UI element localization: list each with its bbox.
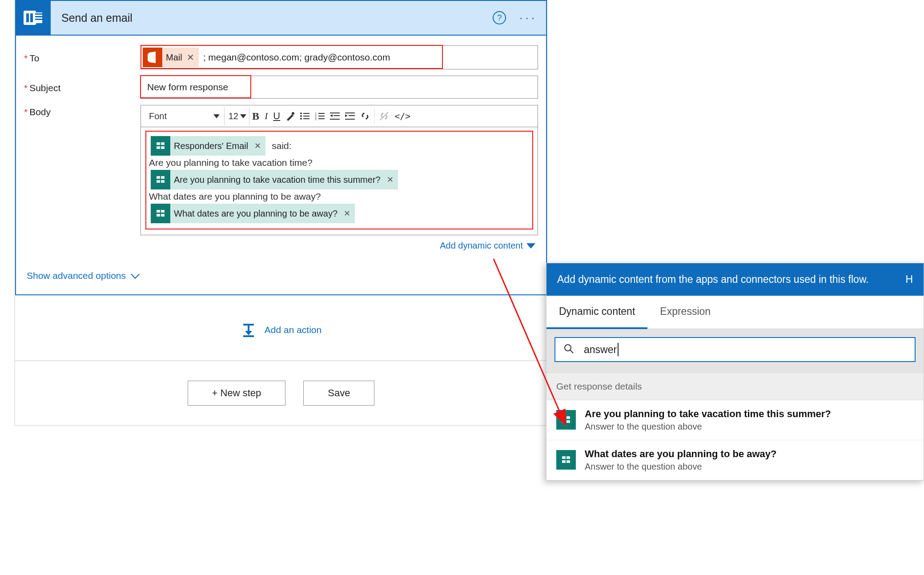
- svg-rect-54: [562, 460, 566, 463]
- svg-rect-28: [345, 119, 355, 120]
- svg-rect-21: [330, 113, 340, 113]
- svg-rect-16: [318, 113, 325, 114]
- dynamic-result-item[interactable]: Are you planning to take vacation time t…: [546, 400, 924, 440]
- dynamic-token-mail[interactable]: Mail ✕: [143, 48, 199, 67]
- svg-rect-43: [248, 326, 249, 332]
- caret-down-icon: [240, 114, 246, 118]
- link-button[interactable]: [358, 107, 373, 125]
- add-action-icon: [241, 322, 257, 338]
- svg-marker-7: [148, 52, 156, 63]
- numbered-list-button[interactable]: 123: [312, 107, 327, 125]
- svg-rect-38: [157, 210, 160, 213]
- tab-dynamic-content[interactable]: Dynamic content: [546, 296, 647, 329]
- body-input[interactable]: Responders' Email ✕ said: Are you planni…: [141, 127, 538, 235]
- show-advanced-options[interactable]: Show advanced options: [24, 257, 538, 284]
- font-dropdown[interactable]: Font: [145, 107, 225, 125]
- svg-rect-48: [562, 416, 566, 419]
- bulleted-list-button[interactable]: [297, 107, 312, 125]
- result-title: What dates are you planning to be away?: [585, 448, 777, 460]
- tab-expression[interactable]: Expression: [647, 296, 723, 329]
- svg-rect-34: [157, 176, 160, 179]
- close-icon[interactable]: ✕: [254, 141, 261, 151]
- svg-rect-12: [303, 116, 309, 117]
- svg-text:3: 3: [315, 117, 317, 121]
- dynamic-token-q1[interactable]: Are you planning to take vacation time t…: [151, 170, 398, 189]
- action-title: Send an email: [51, 12, 493, 24]
- bold-button[interactable]: B: [249, 107, 262, 125]
- svg-rect-35: [161, 176, 165, 179]
- help-icon[interactable]: ?: [493, 11, 506, 24]
- subject-input[interactable]: New form response: [141, 76, 538, 99]
- to-text: ; megan@contoso.com; grady@contoso.com: [203, 52, 390, 63]
- section-get-response-details: Get response details: [546, 373, 924, 400]
- dynamic-panel-header: Add dynamic content from the apps and co…: [546, 263, 924, 296]
- svg-rect-26: [349, 115, 355, 116]
- underline-button[interactable]: U: [270, 107, 283, 125]
- action-card: Send an email ? ··· *To Mail ✕: [15, 0, 547, 295]
- row-to: *To Mail ✕ ; megan@contoso.com; grady@co…: [24, 45, 538, 69]
- result-subtitle: Answer to the question above: [585, 462, 777, 472]
- svg-rect-52: [562, 456, 566, 459]
- label-subject: Subject: [29, 83, 60, 93]
- to-input[interactable]: Mail ✕ ; megan@contoso.com; grady@contos…: [141, 45, 538, 69]
- forms-icon: [556, 450, 576, 470]
- svg-rect-10: [303, 113, 309, 114]
- dynamic-tabs: Dynamic content Expression: [546, 296, 924, 329]
- dynamic-search-input[interactable]: answer: [554, 337, 916, 362]
- svg-rect-49: [566, 416, 570, 419]
- font-size-dropdown[interactable]: 12: [225, 107, 249, 125]
- highlight-box: Responders' Email ✕ said: Are you planni…: [145, 131, 533, 229]
- svg-rect-4: [35, 13, 42, 15]
- action-header[interactable]: Send an email ? ···: [16, 1, 546, 36]
- outdent-button[interactable]: [327, 107, 342, 125]
- hide-link[interactable]: H: [905, 272, 913, 287]
- svg-rect-33: [161, 146, 165, 149]
- italic-button[interactable]: I: [262, 107, 270, 125]
- row-subject: *Subject New form response: [24, 76, 538, 99]
- svg-rect-37: [161, 180, 165, 183]
- add-action-button[interactable]: Add an action: [15, 295, 547, 360]
- svg-rect-51: [566, 420, 570, 423]
- row-body: *Body Font 12 B I U: [24, 105, 538, 251]
- svg-rect-39: [161, 210, 165, 213]
- forms-icon: [556, 410, 576, 430]
- svg-rect-5: [35, 16, 42, 17]
- svg-point-46: [565, 345, 571, 351]
- dynamic-result-item[interactable]: What dates are you planning to be away? …: [546, 440, 924, 480]
- close-icon[interactable]: ✕: [344, 209, 350, 218]
- save-button[interactable]: Save: [303, 381, 374, 406]
- svg-marker-27: [345, 114, 348, 117]
- color-picker-button[interactable]: [283, 107, 297, 125]
- svg-rect-0: [24, 11, 36, 25]
- svg-point-8: [292, 112, 294, 115]
- svg-rect-53: [566, 456, 570, 459]
- search-value: answer: [584, 344, 617, 356]
- unlink-button[interactable]: [377, 107, 392, 125]
- caret-down-icon: [213, 114, 220, 118]
- footer-buttons: + New step Save: [15, 360, 547, 425]
- close-icon[interactable]: ✕: [187, 52, 194, 63]
- body-text: said:: [272, 141, 291, 151]
- body-text: Are you planning to take vacation time?: [149, 157, 313, 168]
- more-icon[interactable]: ···: [519, 11, 537, 25]
- close-icon[interactable]: ✕: [387, 175, 394, 185]
- svg-rect-22: [333, 115, 340, 116]
- svg-rect-20: [318, 118, 325, 119]
- svg-marker-44: [245, 331, 252, 335]
- new-step-button[interactable]: + New step: [188, 381, 286, 406]
- forms-icon: [151, 170, 170, 189]
- svg-point-9: [300, 113, 302, 114]
- code-view-button[interactable]: </>: [392, 107, 413, 125]
- outlook-icon: [16, 0, 51, 35]
- svg-point-13: [300, 118, 302, 120]
- chevron-down-icon: [131, 270, 140, 279]
- svg-line-47: [570, 350, 573, 353]
- indent-button[interactable]: [342, 107, 358, 125]
- dynamic-token-responders-email[interactable]: Responders' Email ✕: [151, 136, 265, 156]
- label-body: Body: [29, 107, 51, 117]
- add-dynamic-content-link[interactable]: Add dynamic content: [141, 235, 538, 251]
- dynamic-content-panel: Add dynamic content from the apps and co…: [546, 263, 924, 481]
- dynamic-token-q2[interactable]: What dates are you planning to be away? …: [151, 204, 355, 223]
- svg-rect-1: [26, 13, 29, 22]
- body-text: What dates are you planning to be away?: [149, 191, 321, 202]
